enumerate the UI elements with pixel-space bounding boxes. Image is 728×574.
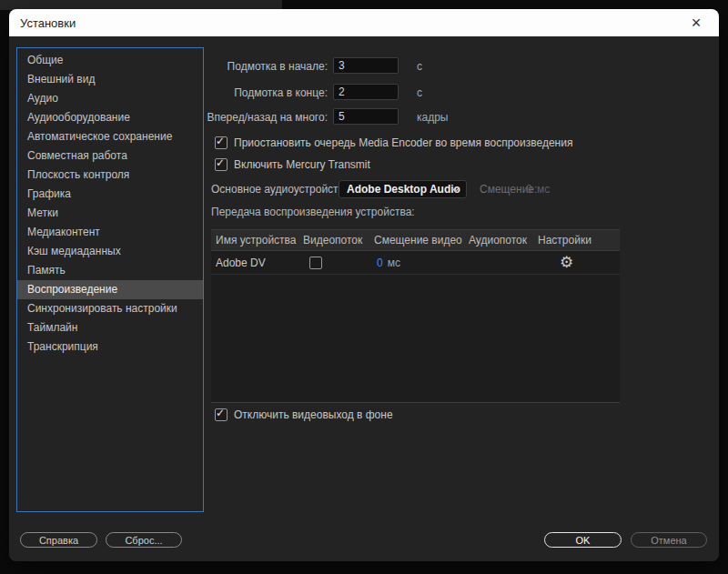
sidebar-item-collaboration[interactable]: Совместная работа xyxy=(17,146,203,166)
video-stream-cell: ✓ xyxy=(298,257,369,269)
postroll-label: Подмотка в конце: xyxy=(200,86,328,99)
disable-video-output-label: Отключить видеовыход в фоне xyxy=(234,408,393,421)
sidebar-item-playback[interactable]: Воспроизведение xyxy=(17,280,203,299)
sidebar-item-media[interactable]: Медиаконтент xyxy=(17,223,203,242)
postroll-row: Подмотка в конце: с xyxy=(9,84,719,102)
preroll-row: Подмотка в начале: с xyxy=(9,57,719,76)
device-table-header: Имя устройства Видеопоток Смещение видео… xyxy=(211,230,620,251)
preroll-unit: с xyxy=(417,60,422,73)
offset-value: 0 xyxy=(526,183,532,196)
check-icon: ✓ xyxy=(216,136,225,146)
preroll-label: Подмотка в начале: xyxy=(200,60,328,73)
step-many-unit: кадры xyxy=(417,111,449,124)
offset-unit: мс xyxy=(537,183,550,196)
check-icon: ✓ xyxy=(216,408,225,418)
pause-media-encoder-row: ✓ Приостановить очередь Media Encoder во… xyxy=(215,136,572,150)
device-name: Adobe DV xyxy=(211,257,298,269)
window-title: Установки xyxy=(9,16,76,30)
col-video-offset: Смещение видео xyxy=(369,234,464,247)
mercury-transmit-checkbox[interactable]: ✓ xyxy=(215,158,228,171)
gear-icon[interactable]: ⚙ xyxy=(560,255,573,270)
col-audio-stream: Аудиопоток xyxy=(464,234,533,247)
video-offset-unit: мс xyxy=(388,257,400,269)
col-device-name: Имя устройства xyxy=(211,234,298,247)
close-icon[interactable]: × xyxy=(681,9,712,36)
step-many-row: Вперед/назад на много: кадры xyxy=(9,108,719,126)
video-stream-checkbox[interactable]: ✓ xyxy=(309,257,322,269)
audio-device-value: Adobe Desktop Audio xyxy=(339,183,460,196)
step-many-input[interactable] xyxy=(333,108,399,125)
ok-button[interactable]: OK xyxy=(544,532,622,548)
audio-device-row: Основное аудиоустройство: Adobe Desktop … xyxy=(9,180,719,198)
col-video-stream: Видеопоток xyxy=(298,234,369,247)
pause-media-encoder-label: Приостановить очередь Media Encoder во в… xyxy=(234,136,572,149)
sidebar-item-media-cache[interactable]: Кэш медиаданных xyxy=(17,242,203,261)
titlebar: Установки × xyxy=(9,9,719,36)
audio-device-dropdown[interactable]: Adobe Desktop Audio xyxy=(339,180,467,198)
settings-cell: ⚙ xyxy=(533,255,620,270)
disable-video-output-row: ✓ Отключить видеовыход в фоне xyxy=(215,408,393,422)
pause-media-encoder-checkbox[interactable]: ✓ xyxy=(215,136,228,149)
chevron-down-icon xyxy=(451,187,460,193)
postroll-unit: с xyxy=(417,86,422,99)
check-icon: ✓ xyxy=(216,157,225,168)
cancel-button[interactable]: Отмена xyxy=(631,532,707,548)
sidebar-item-sync-settings[interactable]: Синхронизировать настройки xyxy=(17,299,203,318)
mercury-transmit-row: ✓ Включить Mercury Transmit xyxy=(215,157,370,172)
sidebar-item-transcription[interactable]: Транскрипция xyxy=(17,337,203,357)
sidebar-item-auto-save[interactable]: Автоматическое сохранение xyxy=(17,127,203,146)
video-offset-value[interactable]: 0 xyxy=(377,257,383,269)
device-table-caption: Передача воспроизведения устройства: xyxy=(211,206,415,218)
reset-button[interactable]: Сброс... xyxy=(106,532,182,548)
mercury-transmit-label: Включить Mercury Transmit xyxy=(234,158,370,171)
dialog-content: Общие Внешний вид Аудио Аудиооборудовани… xyxy=(9,36,719,561)
sidebar-item-memory[interactable]: Память xyxy=(17,261,203,280)
video-offset-cell: 0 мс xyxy=(369,257,464,269)
disable-video-output-checkbox[interactable]: ✓ xyxy=(215,408,228,421)
help-button[interactable]: Справка xyxy=(20,532,97,548)
postroll-input[interactable] xyxy=(333,84,399,100)
preferences-dialog: Установки × Общие Внешний вид Аудио Ауди… xyxy=(9,9,719,561)
col-settings: Настройки xyxy=(533,234,620,247)
device-table: Имя устройства Видеопоток Смещение видео… xyxy=(211,229,620,403)
audio-device-label: Основное аудиоустройство: xyxy=(211,183,353,196)
sidebar-item-timeline[interactable]: Таймлайн xyxy=(17,318,203,337)
step-many-label: Вперед/назад на много: xyxy=(200,111,328,124)
sidebar-item-labels[interactable]: Метки xyxy=(17,204,203,223)
preroll-input[interactable] xyxy=(333,57,399,74)
table-row: Adobe DV ✓ 0 мс ⚙ xyxy=(211,251,620,275)
